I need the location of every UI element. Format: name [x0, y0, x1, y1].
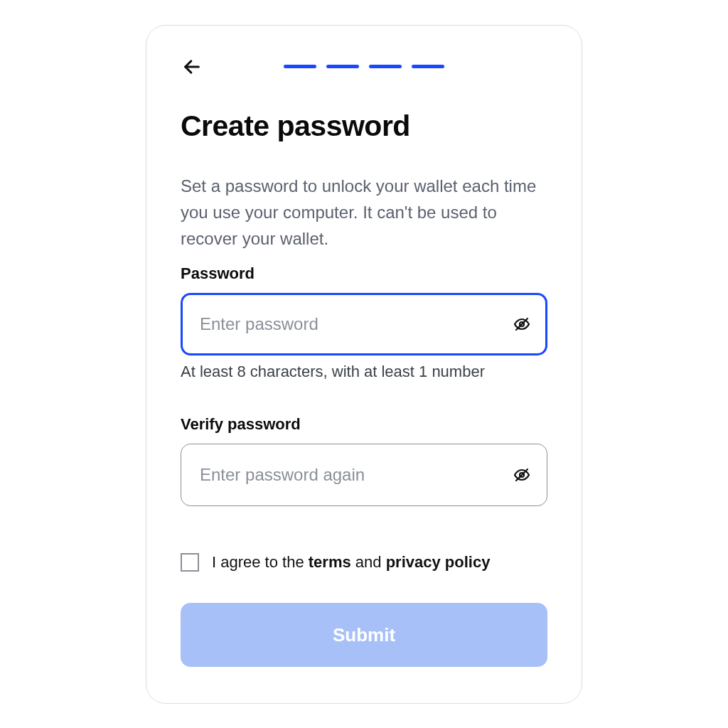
password-label: Password [181, 264, 547, 283]
submit-button[interactable]: Submit [181, 603, 547, 667]
page-title: Create password [181, 109, 547, 143]
verify-password-input[interactable] [181, 444, 547, 506]
password-field-wrap [181, 293, 547, 355]
toggle-verify-visibility[interactable] [512, 465, 532, 485]
progress-segment [412, 65, 444, 68]
verify-label: Verify password [181, 415, 547, 434]
verify-field-wrap [181, 444, 547, 506]
password-input[interactable] [181, 293, 547, 355]
consent-prefix: I agree to the [212, 553, 309, 571]
create-password-card: Create password Set a password to unlock… [146, 25, 582, 704]
page-description: Set a password to unlock your wallet eac… [181, 173, 547, 252]
eye-off-icon [513, 316, 530, 333]
progress-indicator [181, 65, 547, 68]
top-bar [181, 55, 547, 78]
consent-row: I agree to the terms and privacy policy [181, 553, 547, 572]
verify-block: Verify password [181, 415, 547, 513]
privacy-link[interactable]: privacy policy [386, 553, 491, 571]
progress-segment [369, 65, 402, 68]
eye-off-icon [513, 466, 530, 483]
consent-middle: and [351, 553, 386, 571]
progress-segment [284, 65, 316, 68]
terms-link[interactable]: terms [309, 553, 351, 571]
progress-segment [326, 65, 359, 68]
toggle-password-visibility[interactable] [512, 314, 532, 334]
consent-text: I agree to the terms and privacy policy [212, 553, 490, 572]
consent-checkbox[interactable] [181, 553, 199, 572]
password-hint: At least 8 characters, with at least 1 n… [181, 363, 547, 381]
